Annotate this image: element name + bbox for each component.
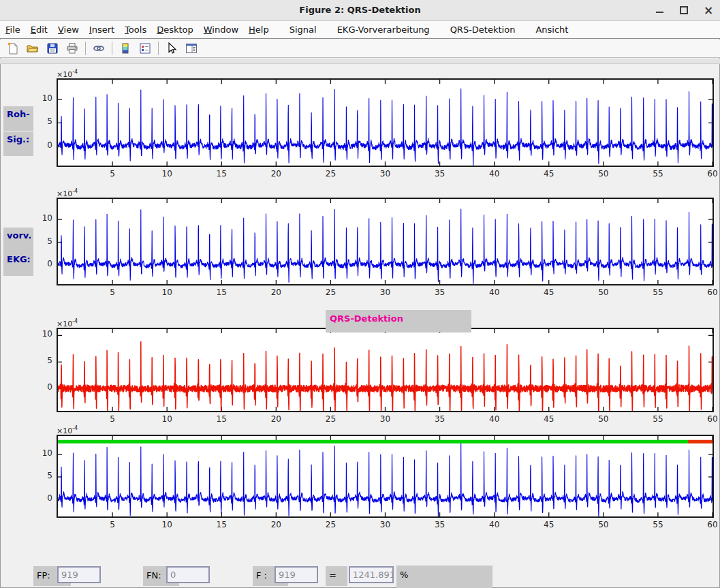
- menu-desktop[interactable]: Desktop: [157, 25, 193, 35]
- maximize-button[interactable]: [679, 5, 689, 15]
- y-tick-label: 0: [35, 140, 52, 150]
- preprocessed-ekg-axes: [57, 198, 714, 285]
- x-tick-label: 60: [703, 520, 720, 529]
- menu-insert[interactable]: Insert: [89, 25, 114, 35]
- figure-window: { "window": { "title": "Figure 2: QRS-De…: [0, 0, 720, 588]
- menu-file[interactable]: File: [5, 25, 20, 35]
- x-tick-label: 10: [157, 414, 176, 424]
- x-tick-label: 50: [594, 169, 613, 179]
- x-tick-label: 35: [431, 520, 450, 529]
- raw-signal-axes: [57, 78, 714, 167]
- x-tick-label: 35: [431, 169, 450, 179]
- x-tick-label: 20: [266, 169, 285, 179]
- insert-legend-button[interactable]: [136, 40, 154, 57]
- link-plot-button[interactable]: [90, 40, 108, 57]
- y-tick-label: 10: [35, 93, 52, 103]
- window-title: Figure 2: QRS-Detektion: [0, 5, 720, 15]
- minimize-icon: [656, 12, 663, 13]
- x-tick-label: 20: [266, 414, 285, 424]
- x-tick-label: 15: [212, 288, 231, 297]
- insert-colorbar-button[interactable]: [116, 40, 134, 57]
- qrs-detection-exponent-label: ×10-4: [57, 318, 78, 328]
- percent-label: %: [396, 566, 492, 588]
- x-tick-label: 50: [594, 288, 613, 297]
- preprocessed-ekg-exponent-label: ×10-4: [57, 188, 78, 198]
- x-tick-label: 15: [212, 520, 231, 529]
- x-tick-label: 45: [539, 169, 559, 179]
- x-tick-label: 40: [485, 169, 504, 179]
- x-tick-label: 45: [539, 288, 559, 297]
- x-tick-label: 55: [648, 288, 668, 297]
- menu-qrs-detektion[interactable]: QRS-Detektion: [450, 25, 516, 35]
- close-icon: ×: [704, 5, 713, 15]
- menu-window[interactable]: Window: [204, 25, 238, 35]
- equals-label: =: [326, 566, 347, 586]
- x-tick-label: 50: [594, 520, 613, 529]
- open-file-button[interactable]: [24, 40, 42, 57]
- x-tick-label: 20: [266, 288, 285, 297]
- new-document-icon: [6, 42, 20, 55]
- toolbar-ridge: [0, 59, 720, 64]
- y-tick-label: 5: [35, 356, 52, 365]
- close-button[interactable]: ×: [704, 5, 713, 15]
- property-editor-button[interactable]: [183, 40, 200, 57]
- menu-edit[interactable]: Edit: [31, 25, 48, 35]
- result-field[interactable]: 1241.891: [349, 566, 394, 583]
- open-folder-icon: [26, 42, 40, 55]
- fp-field[interactable]: 919: [57, 566, 101, 583]
- x-tick-label: 30: [376, 288, 395, 297]
- f-field[interactable]: 919: [275, 566, 318, 583]
- menu-help[interactable]: Help: [249, 25, 269, 35]
- toolbar: [0, 40, 720, 58]
- toolbar-separator: [112, 42, 112, 55]
- x-tick-label: 55: [648, 169, 668, 179]
- detection-result-plot: [58, 436, 713, 516]
- x-tick-label: 25: [321, 520, 340, 529]
- detection-result-exponent-label: ×10-4: [57, 425, 78, 435]
- y-tick-label: 5: [35, 236, 52, 246]
- menu-signal[interactable]: Signal: [289, 25, 317, 35]
- menu-bar: FileEditViewInsertToolsDesktopWindowHelp…: [0, 21, 720, 39]
- menu-ansicht[interactable]: Ansicht: [535, 25, 568, 35]
- print-figure-button[interactable]: [63, 40, 81, 57]
- title-bar: Figure 2: QRS-Detektion ×: [0, 0, 720, 21]
- property-editor-icon: [185, 42, 198, 55]
- raw-signal-label-1: Roh-: [3, 106, 33, 131]
- toolbar-separator: [158, 42, 159, 55]
- x-tick-label: 60: [703, 288, 720, 297]
- new-figure-button[interactable]: [4, 40, 22, 57]
- x-tick-label: 30: [376, 414, 395, 424]
- printer-icon: [65, 42, 79, 55]
- save-icon: [46, 42, 59, 55]
- preprocessed-label-1: vorv.: [3, 228, 33, 252]
- menu-tools[interactable]: Tools: [125, 25, 146, 35]
- preprocessed-ekg-plot: [58, 199, 713, 284]
- x-tick-label: 35: [431, 288, 450, 297]
- qrs-detection-axes: [57, 328, 714, 412]
- fn-field[interactable]: 0: [166, 566, 210, 583]
- x-tick-label: 10: [157, 169, 176, 179]
- x-tick-label: 40: [485, 414, 504, 424]
- x-tick-label: 5: [103, 169, 122, 179]
- x-tick-label: 60: [703, 414, 720, 424]
- x-tick-label: 25: [321, 288, 340, 297]
- x-tick-label: 60: [703, 169, 720, 179]
- x-tick-label: 5: [103, 288, 122, 297]
- x-tick-label: 35: [431, 414, 450, 424]
- window-controls: ×: [655, 0, 713, 20]
- edit-plot-button[interactable]: [163, 40, 181, 57]
- y-tick-label: 5: [35, 117, 52, 126]
- x-tick-label: 55: [648, 520, 668, 529]
- y-tick-label: 0: [35, 259, 52, 268]
- menu-view[interactable]: View: [58, 25, 79, 35]
- toolbar-separator: [85, 42, 86, 55]
- y-tick-label: 0: [35, 382, 52, 392]
- menu-ekg-vorverarbeitung[interactable]: EKG-Vorverarbeitung: [337, 25, 430, 35]
- x-tick-label: 10: [157, 520, 176, 529]
- save-figure-button[interactable]: [44, 40, 61, 57]
- legend-icon: [138, 42, 152, 55]
- minimize-button[interactable]: [655, 5, 664, 15]
- y-tick-label: 10: [35, 329, 52, 339]
- x-tick-label: 55: [648, 414, 668, 424]
- x-tick-label: 30: [376, 169, 395, 179]
